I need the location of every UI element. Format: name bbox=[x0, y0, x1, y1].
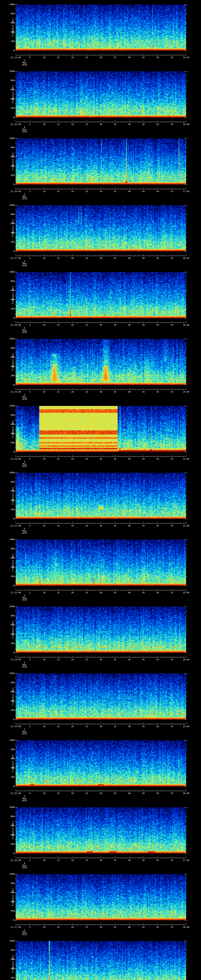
x-tick-label: 50 bbox=[154, 458, 161, 460]
y-tick-label: 200 bbox=[6, 843, 14, 845]
x-tick-label: 40 bbox=[125, 324, 133, 326]
x-tick-label: 30 bbox=[97, 458, 105, 460]
y-tick-label: 400 bbox=[6, 633, 14, 635]
x-tick-label: 25 bbox=[83, 56, 91, 59]
y-tick-label: 400 bbox=[6, 31, 14, 33]
y-tick-label: 400 bbox=[6, 566, 14, 568]
x-tick-label: 45 bbox=[140, 525, 147, 527]
x-tick-label: 10 bbox=[40, 725, 48, 728]
y-tick-label: 800 bbox=[6, 13, 14, 15]
y-tick-label: 200 bbox=[6, 642, 14, 644]
x-tick-label: 50 bbox=[154, 324, 161, 326]
x-tick-label: 50 bbox=[154, 792, 161, 795]
x-tick-label: 15 bbox=[54, 525, 62, 527]
x-tick-label: 50 bbox=[154, 525, 161, 527]
y-tick-label: 1000 bbox=[6, 137, 14, 140]
x-tick-label: 20 bbox=[69, 859, 77, 862]
x-tick-label: 10 bbox=[40, 926, 48, 929]
spectrogram-panel: Frequency (Hz)0200400600800100021:26:005… bbox=[0, 803, 201, 870]
x-tick-label: 25 bbox=[83, 792, 91, 795]
y-tick-label: 200 bbox=[6, 776, 14, 778]
x-tick-label: 40 bbox=[125, 123, 133, 126]
x-tick-label: 15 bbox=[54, 123, 62, 126]
x-axis-end-time: 26:00 bbox=[180, 792, 192, 795]
x-axis-start-time: 21:23:00 bbox=[8, 659, 24, 661]
x-tick-label: 35 bbox=[111, 391, 119, 393]
x-tick-label: 15 bbox=[54, 391, 62, 393]
spectrogram-panel: Frequency (Hz)0200400600800100021:18:005… bbox=[0, 267, 201, 334]
x-tick-label: 20 bbox=[69, 190, 77, 192]
spectrogram-panel: Frequency (Hz)0200400600800100021:17:005… bbox=[0, 201, 201, 268]
y-tick-label: 400 bbox=[6, 433, 14, 435]
x-tick-label: 15 bbox=[54, 257, 62, 259]
y-tick-label: 600 bbox=[6, 223, 14, 225]
x-tick-label: 5 bbox=[26, 257, 34, 259]
y-tick-label: 400 bbox=[6, 900, 14, 903]
y-tick-label: 600 bbox=[6, 156, 14, 158]
y-tick-label: 600 bbox=[6, 356, 14, 358]
x-tick-label: 35 bbox=[111, 659, 119, 661]
x-axis-end-time: 24:00 bbox=[180, 659, 192, 661]
y-tick-label: 800 bbox=[6, 949, 14, 951]
x-tick-label: 35 bbox=[111, 859, 119, 862]
x-tick-label: 10 bbox=[40, 458, 48, 460]
x-tick-label: 35 bbox=[111, 123, 119, 126]
x-tick-label: 50 bbox=[154, 859, 161, 862]
spectrogram-panel: Frequency (Hz)0200400600800100021:20:005… bbox=[0, 401, 201, 468]
x-tick-label: 30 bbox=[97, 190, 105, 192]
x-axis-end-time: 28:00 bbox=[180, 926, 192, 929]
x-tick-label: 35 bbox=[111, 324, 119, 326]
x-axis-end-time: 25:00 bbox=[180, 725, 192, 728]
x-axis-end-time: 15:00 bbox=[180, 56, 192, 59]
date-label: 2015 bbox=[18, 599, 31, 601]
x-tick-label: 15 bbox=[54, 592, 62, 594]
y-tick-label: 600 bbox=[6, 757, 14, 760]
x-axis-end-time: 17:00 bbox=[180, 190, 192, 192]
x-tick-label: 15 bbox=[54, 926, 62, 929]
y-tick-label: 200 bbox=[6, 308, 14, 310]
x-tick-label: 10 bbox=[40, 792, 48, 795]
x-tick-label: 35 bbox=[111, 257, 119, 259]
x-axis-end-time: 22:00 bbox=[180, 525, 192, 527]
x-tick-label: 30 bbox=[97, 926, 105, 929]
y-tick-label: 200 bbox=[6, 40, 14, 43]
x-axis-start-time: 21:14:00 bbox=[8, 56, 24, 59]
x-tick-label: 50 bbox=[154, 391, 161, 393]
x-tick-label: 25 bbox=[83, 859, 91, 862]
x-axis-start-time: 21:19:00 bbox=[8, 391, 24, 393]
y-tick-label: 0 bbox=[6, 250, 14, 253]
x-tick-label: 55 bbox=[168, 391, 176, 393]
x-tick-label: 25 bbox=[83, 725, 91, 728]
x-tick-label: 5 bbox=[26, 123, 34, 126]
x-tick-label: 55 bbox=[168, 123, 176, 126]
x-tick-label: 45 bbox=[140, 592, 147, 594]
x-axis-start-time: 21:16:00 bbox=[8, 190, 24, 192]
x-tick-label: 40 bbox=[125, 56, 133, 59]
x-tick-label: 45 bbox=[140, 458, 147, 460]
x-axis-start-time: 21:20:00 bbox=[8, 458, 24, 460]
x-tick-label: 45 bbox=[140, 859, 147, 862]
y-tick-label: 600 bbox=[6, 490, 14, 492]
x-tick-label: 20 bbox=[69, 926, 77, 929]
x-tick-label: 20 bbox=[69, 792, 77, 795]
x-tick-label: 40 bbox=[125, 190, 133, 192]
x-tick-label: 30 bbox=[97, 257, 105, 259]
y-tick-label: 400 bbox=[6, 499, 14, 501]
y-tick-label: 1000 bbox=[6, 806, 14, 808]
y-tick-label: 200 bbox=[6, 575, 14, 578]
y-tick-label: 0 bbox=[6, 451, 14, 453]
x-tick-label: 25 bbox=[83, 659, 91, 661]
x-tick-label: 15 bbox=[54, 725, 62, 728]
x-tick-label: 40 bbox=[125, 792, 133, 795]
y-tick-label: 1000 bbox=[6, 204, 14, 207]
date-label: 2015 bbox=[18, 733, 31, 735]
y-tick-label: 200 bbox=[6, 508, 14, 511]
y-tick-label: 600 bbox=[6, 89, 14, 91]
x-tick-label: 5 bbox=[26, 391, 34, 393]
x-tick-label: 45 bbox=[140, 725, 147, 728]
spectrogram-panel: Frequency (Hz)0200400600800100021:16:005… bbox=[0, 134, 201, 201]
x-tick-label: 25 bbox=[83, 123, 91, 126]
x-tick-label: 55 bbox=[168, 592, 176, 594]
x-tick-label: 20 bbox=[69, 56, 77, 59]
spectrogram-panel: Frequency (Hz)0200400600800100021:23:005… bbox=[0, 602, 201, 669]
